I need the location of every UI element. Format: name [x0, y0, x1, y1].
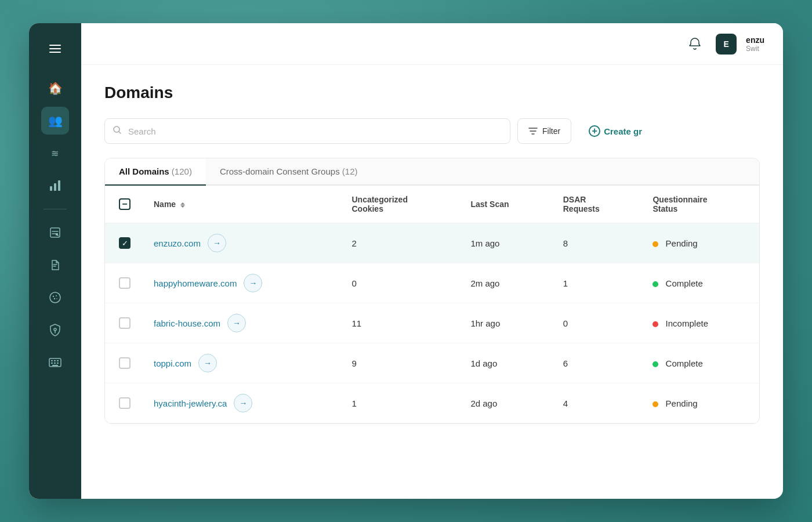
sidebar-item-home[interactable]: 🏠	[41, 74, 69, 102]
row-cookies: 11	[340, 303, 459, 343]
row-status: Complete	[641, 343, 759, 383]
row-name-cell: toppi.com →	[142, 343, 340, 383]
row-dsar: 8	[552, 223, 641, 263]
filter-button[interactable]: Filter	[517, 118, 571, 144]
row-last-scan: 2m ago	[459, 263, 551, 303]
svg-rect-2	[58, 180, 60, 191]
sidebar-item-tasks[interactable]: ≋	[41, 139, 69, 167]
domain-link[interactable]: happyhomeware.com	[154, 278, 237, 288]
row-name-cell: happyhomeware.com →	[142, 263, 340, 303]
row-checkbox-cell: ✓	[105, 223, 142, 263]
column-dsar-requests: DSARRequests	[552, 186, 641, 223]
data-table-container: All Domains (120) Cross-domain Consent G…	[104, 158, 760, 424]
user-info: enzu Swit	[746, 35, 764, 53]
row-checkbox[interactable]	[119, 397, 130, 409]
row-cookies: 0	[340, 263, 459, 303]
navigate-arrow[interactable]: →	[208, 234, 226, 252]
row-checkbox-cell	[105, 303, 142, 343]
row-cookies: 1	[340, 383, 459, 423]
svg-rect-17	[57, 362, 59, 364]
row-status: Pending	[641, 383, 759, 423]
row-status: Incomplete	[641, 303, 759, 343]
sort-icon	[180, 202, 185, 208]
row-dsar: 4	[552, 383, 641, 423]
sidebar-item-analytics[interactable]	[41, 172, 69, 200]
row-last-scan: 1d ago	[459, 343, 551, 383]
navigate-arrow[interactable]: →	[244, 274, 262, 292]
svg-point-8	[54, 298, 55, 299]
search-input[interactable]	[104, 118, 510, 144]
column-name: Name	[142, 186, 340, 223]
plus-icon: +	[589, 125, 600, 137]
svg-point-5	[50, 292, 60, 303]
toolbar: Filter + Create gr	[104, 118, 760, 144]
svg-rect-16	[54, 362, 56, 364]
sidebar: 🏠 👥 ≋	[29, 23, 81, 499]
status-dot	[652, 361, 658, 367]
sidebar-item-users[interactable]: 👥	[41, 107, 69, 135]
domain-link[interactable]: fabric-house.com	[154, 318, 220, 328]
table-tabs: All Domains (120) Cross-domain Consent G…	[105, 158, 759, 186]
user-avatar[interactable]: E	[716, 34, 737, 55]
domain-link[interactable]: enzuzo.com	[154, 238, 201, 248]
status-label: Complete	[666, 358, 703, 368]
filter-icon	[528, 128, 538, 135]
row-last-scan: 1hr ago	[459, 303, 551, 343]
status-dot	[652, 401, 658, 407]
row-checkbox[interactable]	[119, 317, 130, 329]
row-checkbox-cell	[105, 383, 142, 423]
svg-rect-12	[51, 360, 53, 361]
domain-link[interactable]: hyacinth-jewlery.ca	[154, 398, 227, 408]
search-wrapper	[104, 118, 510, 144]
table-row: ✓ enzuzo.com → 2 1m ago 8 Pending	[105, 223, 759, 263]
domains-table: − Name UncategorizedCookies	[105, 186, 759, 423]
navigate-arrow[interactable]: →	[198, 354, 217, 372]
table-row: toppi.com → 9 1d ago 6 Complete	[105, 343, 759, 383]
main-content: E enzu Swit Domains	[81, 23, 783, 499]
sidebar-divider	[44, 209, 67, 209]
row-last-scan: 1m ago	[459, 223, 551, 263]
row-checkbox-cell	[105, 263, 142, 303]
svg-rect-14	[57, 360, 59, 361]
sidebar-item-reports[interactable]	[41, 219, 69, 246]
select-all-checkbox[interactable]: −	[119, 198, 130, 210]
navigate-arrow[interactable]: →	[234, 394, 252, 412]
notification-bell[interactable]	[683, 32, 706, 56]
svg-rect-18	[52, 365, 58, 366]
sidebar-item-cookies[interactable]	[41, 284, 69, 311]
navigate-arrow[interactable]: →	[227, 314, 246, 332]
row-cookies: 2	[340, 223, 459, 263]
row-last-scan: 2d ago	[459, 383, 551, 423]
status-label: Complete	[666, 278, 703, 288]
row-checkbox[interactable]	[119, 357, 130, 369]
search-icon	[113, 125, 122, 137]
sidebar-item-documents[interactable]	[41, 251, 69, 279]
table-row: hyacinth-jewlery.ca → 1 2d ago 4 Pending	[105, 383, 759, 423]
column-questionnaire-status: QuestionnaireStatus	[641, 186, 759, 223]
status-label: Pending	[666, 238, 698, 248]
row-dsar: 1	[552, 263, 641, 303]
row-dsar: 6	[552, 343, 641, 383]
svg-point-7	[56, 295, 57, 296]
table-row: happyhomeware.com → 0 2m ago 1 Complete	[105, 263, 759, 303]
tab-all-domains[interactable]: All Domains (120)	[105, 158, 206, 186]
tab-cross-domain[interactable]: Cross-domain Consent Groups (12)	[206, 158, 372, 186]
row-name-cell: fabric-house.com →	[142, 303, 340, 343]
page-title: Domains	[104, 84, 760, 102]
svg-rect-4	[56, 233, 58, 235]
column-uncategorized-cookies: UncategorizedCookies	[340, 186, 459, 223]
domain-link[interactable]: toppi.com	[154, 358, 191, 368]
status-dot	[652, 321, 658, 327]
hamburger-menu[interactable]	[44, 37, 67, 60]
create-button[interactable]: + Create gr	[578, 118, 652, 144]
row-status: Complete	[641, 263, 759, 303]
row-checkbox-cell	[105, 343, 142, 383]
table-row: fabric-house.com → 11 1hr ago 0 Incomple…	[105, 303, 759, 343]
svg-point-9	[56, 298, 57, 299]
sidebar-item-keyboard[interactable]	[41, 349, 69, 376]
row-checkbox[interactable]	[119, 277, 130, 289]
row-checkbox[interactable]: ✓	[119, 237, 130, 249]
username: enzu	[746, 35, 764, 45]
status-dot	[652, 281, 658, 287]
sidebar-item-security[interactable]	[41, 316, 69, 344]
